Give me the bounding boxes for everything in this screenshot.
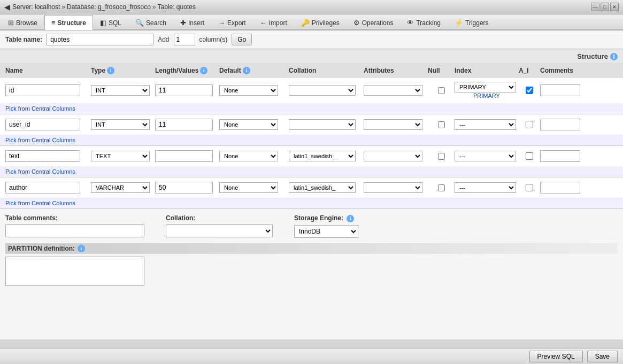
table-meta: Table comments: Collation: latin1_swedis…: [0, 209, 623, 243]
col-comments-label: Comments: [540, 67, 573, 74]
field-userid-index-cell: ---PRIMARYUNIQUEINDEX: [455, 119, 519, 130]
field-text-comments-input[interactable]: [540, 150, 580, 162]
field-userid-name-input[interactable]: [5, 119, 80, 130]
field-userid-ai-checkbox[interactable]: [526, 121, 533, 128]
title-bar: ◀ Server: localhost » Database: g_frosoc…: [0, 0, 623, 14]
field-userid-attributes-select[interactable]: [364, 119, 422, 130]
field-text-length-input[interactable]: [155, 150, 213, 162]
sql-icon: ◧: [100, 19, 106, 27]
field-id-collation-select[interactable]: latin1_swedish_ci: [289, 85, 356, 96]
field-userid-type-select[interactable]: INTVARCHARTEXT: [91, 119, 150, 130]
columns-input[interactable]: [174, 34, 195, 45]
tab-insert[interactable]: ✚ Insert: [173, 15, 211, 30]
tab-import[interactable]: ← Import: [253, 15, 294, 30]
field-userid-pick-link[interactable]: Pick from Central Columns: [0, 135, 623, 145]
field-author-comments-input[interactable]: [540, 182, 580, 193]
field-id-index-select[interactable]: PRIMARY---UNIQUEINDEX: [455, 82, 516, 92]
storage-engine-select[interactable]: InnoDB MyISAM MEMORY CSV ARCHIVE: [294, 225, 358, 238]
table-crumb: Table: quotes: [158, 3, 196, 11]
breadcrumb: Server: localhost » Database: g_frosoco_…: [12, 3, 196, 11]
field-id-attributes-select[interactable]: [364, 85, 422, 96]
field-author-attributes-cell: [364, 182, 428, 193]
window-controls: — □ ✕: [591, 3, 619, 11]
field-author-index-select[interactable]: ---PRIMARYUNIQUEINDEX: [455, 182, 516, 193]
field-userid-null-checkbox[interactable]: [438, 121, 445, 128]
table-comments-group: Table comments:: [5, 214, 144, 238]
field-text-null-checkbox[interactable]: [438, 153, 445, 160]
field-text-type-select[interactable]: TEXTINTVARCHAR: [91, 151, 150, 161]
field-userid-comments-cell: [540, 119, 583, 130]
field-author-null-checkbox[interactable]: [438, 184, 445, 191]
tab-privileges[interactable]: 🔑 Privileges: [294, 15, 347, 30]
field-userid-comments-input[interactable]: [540, 119, 580, 130]
length-info-icon[interactable]: i: [200, 67, 207, 74]
field-author-name-cell: [5, 182, 91, 193]
save-button[interactable]: Save: [587, 351, 618, 362]
field-userid-index-select[interactable]: ---PRIMARYUNIQUEINDEX: [455, 119, 516, 130]
field-userid-length-input[interactable]: [155, 119, 213, 130]
field-text-name-input[interactable]: [5, 150, 80, 162]
field-text-null-cell: [428, 153, 455, 160]
field-text-collation-select[interactable]: latin1_swedish_: [289, 151, 356, 161]
maximize-button[interactable]: □: [601, 3, 609, 11]
column-headers: Name Type i Length/Values i Default i Co…: [0, 64, 623, 78]
tab-search[interactable]: 🔍 Search: [128, 15, 173, 30]
field-id-length-input[interactable]: [155, 84, 213, 96]
field-author-pick-link[interactable]: Pick from Central Columns: [0, 198, 623, 208]
field-author-ai-checkbox[interactable]: [526, 184, 533, 191]
field-author-attributes-select[interactable]: [364, 182, 422, 193]
field-userid-collation-select[interactable]: latin1_swedish_ci: [289, 119, 356, 130]
tab-sql[interactable]: ◧ SQL: [93, 15, 128, 30]
table-name-input[interactable]: [47, 34, 153, 45]
field-text-attributes-select[interactable]: [364, 151, 422, 161]
tab-structure-label: Structure: [58, 19, 86, 27]
field-text-index-select[interactable]: ---PRIMARYUNIQUEINDEXFULLTEXT: [455, 151, 516, 161]
preview-sql-button[interactable]: Preview SQL: [529, 351, 583, 362]
field-id-null-checkbox[interactable]: [438, 87, 445, 94]
tab-export[interactable]: → Export: [211, 15, 253, 30]
tab-browse[interactable]: ⊞ Browse: [1, 15, 44, 30]
tab-tracking[interactable]: 👁 Tracking: [400, 15, 448, 30]
field-row-id: INTVARCHARTEXT NoneNULL latin1_swedish_c…: [0, 78, 623, 103]
tab-triggers[interactable]: ⚡ Triggers: [448, 15, 496, 30]
field-text-default-select[interactable]: NoneNULL: [219, 151, 278, 161]
collation-select[interactable]: latin1_swedish_ci utf8_general_ci utf8mb…: [166, 224, 273, 237]
field-author-length-input[interactable]: [155, 182, 213, 193]
type-info-icon[interactable]: i: [107, 67, 114, 74]
back-icon[interactable]: ◀: [4, 3, 10, 11]
main-content: Structure i Name Type i Length/Values i …: [0, 49, 623, 339]
field-id-comments-input[interactable]: [540, 84, 580, 96]
field-userid-ai-cell: [519, 121, 540, 128]
tab-structure[interactable]: ≡ Structure: [44, 15, 93, 30]
default-info-icon[interactable]: i: [243, 67, 250, 74]
storage-engine-info-icon[interactable]: i: [347, 215, 354, 222]
minimize-button[interactable]: —: [591, 3, 599, 11]
field-userid-default-select[interactable]: NoneNULL: [219, 119, 278, 130]
field-id-pick-link[interactable]: Pick from Central Columns: [0, 103, 623, 114]
field-id-name-input[interactable]: [5, 84, 80, 96]
field-text-ai-checkbox[interactable]: [526, 152, 533, 160]
partition-textarea[interactable]: [5, 257, 144, 286]
close-button[interactable]: ✕: [610, 3, 619, 11]
field-author-collation-cell: latin1_swedish_: [289, 182, 364, 193]
structure-title: Structure: [577, 52, 608, 60]
field-id-type-select[interactable]: INTVARCHARTEXT: [91, 85, 150, 96]
field-text-pick-link[interactable]: Pick from Central Columns: [0, 166, 623, 177]
tab-operations[interactable]: ⚙ Operations: [347, 15, 401, 30]
field-id-default-select[interactable]: NoneNULL: [219, 85, 278, 96]
field-author-default-select[interactable]: NoneNULL: [219, 182, 278, 193]
table-comments-input[interactable]: [5, 224, 144, 237]
field-author-index-cell: ---PRIMARYUNIQUEINDEX: [455, 182, 519, 193]
storage-engine-group: Storage Engine: i InnoDB MyISAM MEMORY C…: [294, 214, 358, 238]
arrow-2: »: [152, 3, 156, 11]
field-id-ai-checkbox[interactable]: [526, 87, 533, 94]
col-ai: A_I: [519, 67, 540, 74]
field-author-collation-select[interactable]: latin1_swedish_: [289, 182, 356, 193]
structure-info-icon[interactable]: i: [610, 53, 618, 60]
partition-info-icon[interactable]: i: [78, 245, 85, 252]
field-author-type-select[interactable]: VARCHARINTTEXT: [91, 182, 150, 193]
field-author-name-input[interactable]: [5, 182, 80, 193]
go-button[interactable]: Go: [232, 34, 252, 45]
tab-browse-label: Browse: [16, 19, 37, 27]
primary-label: PRIMARY: [455, 92, 519, 99]
